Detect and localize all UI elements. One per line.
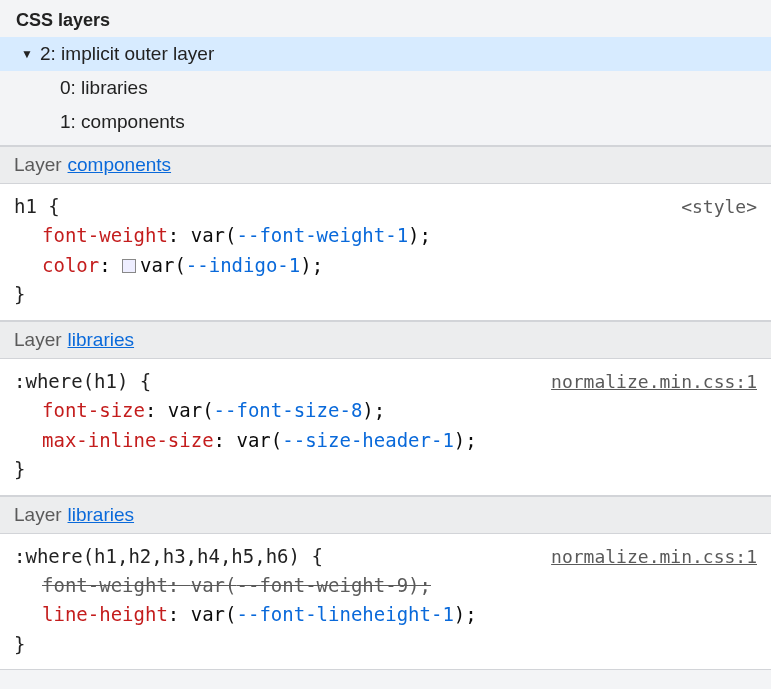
rules-list: Layercomponentsh1 {<style>font-weight: v…: [0, 146, 771, 670]
css-variable[interactable]: --font-weight-9: [237, 574, 409, 596]
layer-tree-label: 2: implicit outer layer: [40, 43, 214, 65]
color-swatch-icon[interactable]: [122, 259, 136, 273]
rule-block: h1 {<style>font-weight: var(--font-weigh…: [0, 184, 771, 321]
layer-header: Layerlibraries: [0, 496, 771, 534]
rule-head: :where(h1,h2,h3,h4,h5,h6) {normalize.min…: [14, 542, 757, 571]
rule-selector: :where(h1,h2,h3,h4,h5,h6) {: [14, 542, 323, 571]
declaration[interactable]: color: var(--indigo-1);: [14, 251, 757, 280]
disclosure-down-icon[interactable]: ▼: [20, 47, 34, 61]
layer-tree-label: 0: libraries: [60, 77, 148, 99]
rule-source-link: <style>: [681, 193, 757, 221]
colon: :: [168, 603, 191, 625]
css-variable[interactable]: --font-weight-1: [237, 224, 409, 246]
layer-tree-label: 1: components: [60, 111, 185, 133]
css-variable[interactable]: --font-lineheight-1: [237, 603, 454, 625]
declaration[interactable]: font-weight: var(--font-weight-9);: [14, 571, 757, 600]
declaration-value-fn: var(: [191, 224, 237, 246]
rule-block: :where(h1) {normalize.min.css:1font-size…: [0, 359, 771, 496]
declaration-value-fn: var(: [236, 429, 282, 451]
layer-header: Layercomponents: [0, 146, 771, 184]
rule-close-brace: }: [14, 630, 757, 659]
layer-tree-row-child[interactable]: 1: components: [0, 105, 771, 139]
layer-link[interactable]: libraries: [68, 329, 135, 351]
declaration[interactable]: line-height: var(--font-lineheight-1);: [14, 600, 757, 629]
declaration-property: font-weight: [42, 224, 168, 246]
declaration-value-fn: var(: [140, 254, 186, 276]
declaration-property: line-height: [42, 603, 168, 625]
colon: :: [168, 224, 191, 246]
rule-selector: :where(h1) {: [14, 367, 151, 396]
layer-link[interactable]: libraries: [68, 504, 135, 526]
declaration-value-fn: var(: [191, 603, 237, 625]
declaration-tail: );: [408, 224, 431, 246]
layer-tree: ▼ 2: implicit outer layer 0: libraries 1…: [0, 37, 771, 146]
rule-close-brace: }: [14, 280, 757, 309]
rule-head: :where(h1) {normalize.min.css:1: [14, 367, 757, 396]
rule-source-link[interactable]: normalize.min.css:1: [551, 368, 757, 396]
declaration-tail: );: [454, 429, 477, 451]
layer-tree-row-root[interactable]: ▼ 2: implicit outer layer: [0, 37, 771, 71]
declaration[interactable]: font-size: var(--font-size-8);: [14, 396, 757, 425]
rule-source-link[interactable]: normalize.min.css:1: [551, 543, 757, 571]
colon: :: [99, 254, 122, 276]
declaration-property: color: [42, 254, 99, 276]
declaration-property: font-size: [42, 399, 145, 421]
declaration[interactable]: max-inline-size: var(--size-header-1);: [14, 426, 757, 455]
declaration-value-fn: var(: [191, 574, 237, 596]
css-variable[interactable]: --font-size-8: [214, 399, 363, 421]
colon: :: [168, 574, 191, 596]
css-variable[interactable]: --indigo-1: [186, 254, 300, 276]
layer-word: Layer: [14, 329, 62, 351]
rule-head: h1 {<style>: [14, 192, 757, 221]
panel-title: CSS layers: [0, 0, 771, 37]
colon: :: [214, 429, 237, 451]
declaration-property: max-inline-size: [42, 429, 214, 451]
css-variable[interactable]: --size-header-1: [282, 429, 454, 451]
layer-word: Layer: [14, 154, 62, 176]
rule-block: :where(h1,h2,h3,h4,h5,h6) {normalize.min…: [0, 534, 771, 671]
declaration-tail: );: [454, 603, 477, 625]
layer-word: Layer: [14, 504, 62, 526]
layer-header: Layerlibraries: [0, 321, 771, 359]
rule-close-brace: }: [14, 455, 757, 484]
declaration-tail: );: [300, 254, 323, 276]
declaration-property: font-weight: [42, 574, 168, 596]
colon: :: [145, 399, 168, 421]
layer-tree-row-child[interactable]: 0: libraries: [0, 71, 771, 105]
layer-link[interactable]: components: [68, 154, 172, 176]
declaration-tail: );: [408, 574, 431, 596]
declaration-value-fn: var(: [168, 399, 214, 421]
declaration-tail: );: [362, 399, 385, 421]
rule-selector: h1 {: [14, 192, 60, 221]
declaration[interactable]: font-weight: var(--font-weight-1);: [14, 221, 757, 250]
css-layers-panel: CSS layers ▼ 2: implicit outer layer 0: …: [0, 0, 771, 670]
